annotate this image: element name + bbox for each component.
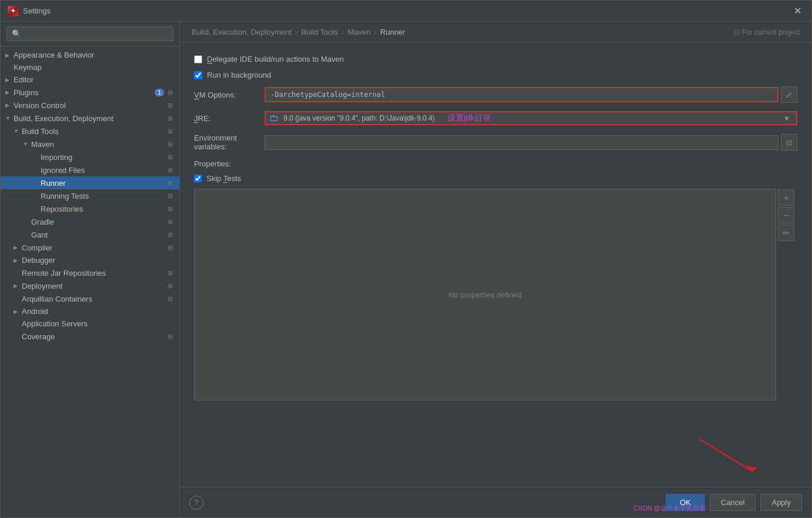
main-panel: Build, Execution, Deployment › Build Too… [180, 22, 811, 517]
sidebar-item-label: Gradle [31, 218, 164, 226]
sidebar-item-maven[interactable]: ▼ Maven ⊞ [1, 138, 179, 151]
sidebar-item-editor[interactable]: ▶ Editor [1, 73, 179, 86]
page-icon: ⊞ [165, 268, 175, 278]
arrow-icon: ▶ [14, 258, 22, 263]
sidebar-item-label: Plugins [14, 88, 152, 97]
skip-tests-checkbox[interactable] [194, 175, 202, 182]
search-input[interactable] [6, 26, 173, 41]
sidebar-item-label: Maven [31, 140, 164, 149]
props-edit-button[interactable]: ✏ [778, 225, 794, 241]
vm-options-expand-button[interactable]: ⤢ [781, 86, 797, 103]
run-background-checkbox[interactable] [194, 71, 202, 79]
sidebar-item-keymap[interactable]: Keymap [1, 61, 179, 73]
dialog-title: Settings [23, 6, 790, 15]
sidebar-item-label: Coverage [22, 332, 164, 341]
delegate-checkbox[interactable] [194, 55, 202, 64]
sidebar-item-arquillian[interactable]: Arquillian Containers ⊞ [1, 292, 179, 305]
sidebar-item-debugger[interactable]: ▶ Debugger [1, 254, 179, 266]
sidebar-item-label: Build Tools [22, 127, 164, 136]
breadcrumb-current: Runner [380, 28, 406, 36]
arrow-icon: ▶ [5, 102, 14, 108]
sidebar-item-version-control[interactable]: ▶ Version Control ⊞ [1, 99, 179, 112]
sidebar-item-label: Compiler [22, 243, 164, 252]
sidebar-item-compiler[interactable]: ▶ Compiler ⊞ [1, 241, 179, 254]
page-icon: ⊞ [165, 191, 175, 200]
search-box [1, 22, 179, 46]
properties-area: No properties defined + − ✏ [194, 189, 776, 400]
arrow-icon: ▶ [5, 89, 14, 95]
sidebar-item-label: Keymap [14, 63, 175, 72]
sidebar-item-label: Deployment [22, 282, 164, 290]
for-current-project: ⊡ For current project [734, 28, 800, 36]
ok-button[interactable]: OK [666, 494, 705, 511]
sidebar: ▶ Appearance & Behavior Keymap ▶ Editor … [1, 22, 180, 517]
sidebar-item-build-exec[interactable]: ▼ Build, Execution, Deployment ⊞ [1, 112, 179, 125]
breadcrumb-sep: › [374, 28, 376, 36]
breadcrumb-sep: › [295, 28, 298, 36]
arrow-icon: ▼ [14, 128, 22, 134]
tree: ▶ Appearance & Behavior Keymap ▶ Editor … [1, 46, 179, 517]
sidebar-item-label: Gant [31, 230, 164, 239]
vm-options-input[interactable] [265, 87, 778, 102]
properties-label: Properties: [194, 159, 797, 168]
jre-hint: 设置jdk目录 [447, 113, 491, 123]
sidebar-item-deployment[interactable]: ▶ Deployment ⊞ [1, 279, 179, 292]
sidebar-item-label: Importing [41, 153, 164, 162]
page-icon: ⊞ [165, 113, 175, 123]
arrow-icon: ▶ [14, 245, 22, 250]
sidebar-item-label: Editor [14, 75, 175, 84]
sidebar-item-ignored-files[interactable]: Ignored Files ⊞ [1, 163, 179, 176]
page-icon: ⊞ [165, 281, 175, 290]
sidebar-item-label: Application Servers [22, 319, 175, 328]
env-vars-row: Environment variables: ⊟ [194, 133, 797, 151]
sidebar-item-build-tools[interactable]: ▼ Build Tools ⊞ [1, 125, 179, 138]
apply-button[interactable]: Apply [760, 494, 802, 511]
sidebar-item-repositories[interactable]: Repositories ⊞ [1, 202, 179, 215]
env-vars-button[interactable]: ⊟ [781, 134, 797, 151]
sidebar-item-gant[interactable]: Gant ⊞ [1, 228, 179, 241]
sidebar-item-plugins[interactable]: ▶ Plugins 1 ⊞ [1, 86, 179, 99]
page-icon: ⊞ [165, 152, 175, 162]
arrow-icon: ▶ [14, 309, 22, 315]
dialog-content: ▶ Appearance & Behavior Keymap ▶ Editor … [1, 22, 811, 517]
jre-dropdown-button[interactable]: ▼ [781, 112, 793, 124]
app-icon: ✦ [8, 6, 18, 16]
sidebar-item-android[interactable]: ▶ Android [1, 305, 179, 318]
bottom-actions: OK Cancel Apply [666, 494, 802, 511]
arrow-icon: ▶ [14, 283, 22, 289]
env-vars-input[interactable] [265, 135, 778, 150]
sidebar-item-label: Remote Jar Repositories [22, 269, 164, 278]
sidebar-item-remote-jar[interactable]: Remote Jar Repositories ⊞ [1, 266, 179, 279]
sidebar-item-label: Running Tests [41, 192, 164, 200]
sidebar-item-label: Arquillian Containers [22, 295, 164, 303]
bottom-bar: ? OK Cancel Apply [180, 487, 811, 517]
help-button[interactable]: ? [189, 496, 203, 510]
close-button[interactable]: ✕ [790, 4, 804, 18]
no-properties-text: No properties defined [449, 290, 522, 299]
run-background-row: Run in background [194, 71, 797, 79]
sidebar-item-runner[interactable]: Runner ⊞ [1, 176, 179, 189]
sidebar-item-app-servers[interactable]: Application Servers [1, 318, 179, 330]
page-icon: ⊞ [165, 217, 175, 226]
page-icon: ⊞ [165, 126, 175, 136]
breadcrumb-part-2: Build Tools [301, 28, 338, 36]
sidebar-item-label: Build, Execution, Deployment [14, 114, 164, 123]
props-add-button[interactable]: + [778, 189, 794, 206]
sidebar-item-label: Appearance & Behavior [14, 51, 175, 59]
sidebar-item-gradle[interactable]: Gradle ⊞ [1, 215, 179, 228]
page-icon: ⊞ [165, 294, 175, 303]
plugins-badge: 1 [155, 89, 164, 96]
sidebar-item-running-tests[interactable]: Running Tests ⊞ [1, 189, 179, 202]
sidebar-item-importing[interactable]: Importing ⊞ [1, 151, 179, 163]
props-remove-button[interactable]: − [778, 207, 794, 223]
skip-tests-row: Skip Tests [194, 174, 797, 183]
sidebar-item-coverage[interactable]: Coverage ⊞ [1, 330, 179, 343]
jre-label: JRE: [194, 114, 265, 123]
sidebar-item-appearance[interactable]: ▶ Appearance & Behavior [1, 49, 179, 61]
vm-options-row: VM Options: ⤢ [194, 86, 797, 103]
delegate-label: Delegate IDE build/run actions to Maven [207, 55, 344, 64]
sidebar-item-label: Repositories [41, 205, 164, 213]
sidebar-item-label: Runner [41, 179, 164, 188]
settings-dialog: ✦ Settings ✕ ▶ Appearance & Behavior Key… [0, 0, 812, 518]
cancel-button[interactable]: Cancel [710, 494, 756, 511]
